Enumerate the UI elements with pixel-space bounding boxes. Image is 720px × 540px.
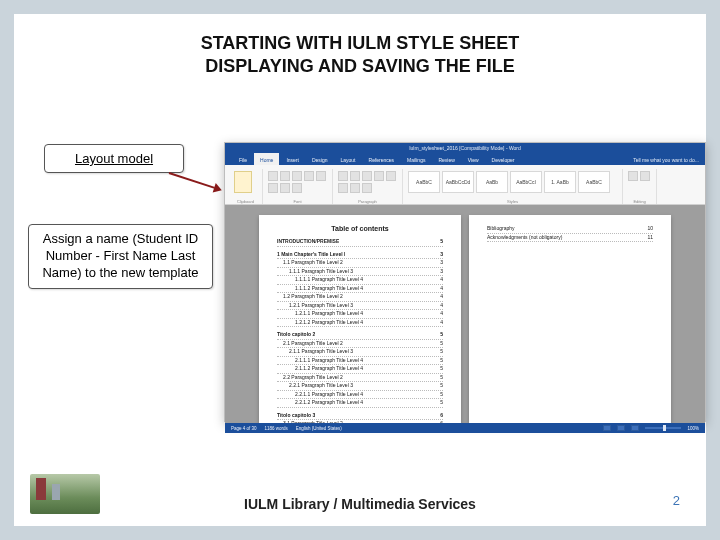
para-icon[interactable] bbox=[386, 171, 396, 181]
group-styles: AaBbCAaBbCcDdAaBbAaBbCcI1. AaBbAaBbCStyl… bbox=[403, 169, 623, 204]
slide-number: 2 bbox=[673, 493, 680, 508]
toc-row: 1.2 Paragraph Title Level 24 bbox=[277, 293, 443, 302]
toc-row: 1.2.1.2 Paragraph Title Level 44 bbox=[277, 319, 443, 328]
view-print-icon[interactable] bbox=[617, 425, 625, 431]
group-paragraph: Paragraph bbox=[333, 169, 403, 204]
title-line-1: STARTING WITH IULM STYLE SHEET bbox=[14, 32, 706, 55]
word-titlebar: Iulm_stylesheet_2016 [Compatibility Mode… bbox=[225, 143, 705, 153]
group-label-font: Font bbox=[263, 199, 332, 204]
status-language: English (United States) bbox=[296, 426, 342, 431]
bib-row: Bibliography10 bbox=[487, 225, 653, 234]
group-font: Font bbox=[263, 169, 333, 204]
font-icon[interactable] bbox=[280, 171, 290, 181]
group-label-paragraph: Paragraph bbox=[333, 199, 402, 204]
tab-review[interactable]: Review bbox=[432, 153, 460, 165]
para-icon[interactable] bbox=[362, 183, 372, 193]
arrow-head-icon bbox=[213, 183, 224, 195]
font-icon[interactable] bbox=[316, 171, 326, 181]
slide-frame: STARTING WITH IULM STYLE SHEET DISPLAYIN… bbox=[0, 0, 720, 540]
title-line-2: DISPLAYING AND SAVING THE FILE bbox=[14, 55, 706, 78]
callout-layout-model: Layout model bbox=[44, 144, 184, 173]
bib-row: Acknowledgments (not obligatory)11 bbox=[487, 234, 653, 243]
para-icon[interactable] bbox=[374, 171, 384, 181]
page-1-toc: Table of contents INTRODUCTION/PREMISE51… bbox=[259, 215, 461, 423]
slide-title: STARTING WITH IULM STYLE SHEET DISPLAYIN… bbox=[14, 32, 706, 77]
toc-row: 2.1 Paragraph Title Level 25 bbox=[277, 340, 443, 349]
toc-row: 2.2.1.2 Paragraph Title Level 45 bbox=[277, 399, 443, 408]
toc-row: 1.1 Paragraph Title Level 23 bbox=[277, 259, 443, 268]
tab-references[interactable]: References bbox=[363, 153, 401, 165]
tab-view[interactable]: View bbox=[462, 153, 485, 165]
toc-row: 1.2.1.1 Paragraph Title Level 44 bbox=[277, 310, 443, 319]
toc-row: 2.2 Paragraph Title Level 25 bbox=[277, 374, 443, 383]
style-card[interactable]: AaBbCcI bbox=[510, 171, 542, 193]
para-icon[interactable] bbox=[350, 171, 360, 181]
style-card[interactable]: AaBbCcDd bbox=[442, 171, 474, 193]
status-bar: Page 4 of 30 1186 words English (United … bbox=[225, 423, 705, 433]
group-clipboard: Clipboard bbox=[229, 169, 263, 204]
word-window: Iulm_stylesheet_2016 [Compatibility Mode… bbox=[224, 142, 706, 422]
toc-row: 2.1.1.2 Paragraph Title Level 45 bbox=[277, 365, 443, 374]
group-label-editing: Editing bbox=[623, 199, 656, 204]
view-web-icon[interactable] bbox=[631, 425, 639, 431]
toc-row: 1 Main Chapter's Title Level I3 bbox=[277, 251, 443, 260]
status-page: Page 4 of 30 bbox=[231, 426, 257, 431]
toc-row: Titolo capitolo 36 bbox=[277, 412, 443, 421]
font-icon[interactable] bbox=[268, 183, 278, 193]
tell-me-field[interactable]: Tell me what you want to do... bbox=[633, 155, 699, 165]
font-icon[interactable] bbox=[292, 171, 302, 181]
tab-file[interactable]: File bbox=[233, 153, 253, 165]
font-icon[interactable] bbox=[280, 183, 290, 193]
font-icon[interactable] bbox=[304, 171, 314, 181]
para-icon[interactable] bbox=[338, 183, 348, 193]
callout-assign-name-text: Assign a name (Student ID Number - First… bbox=[42, 231, 198, 280]
toc-row: 1.1.1 Paragraph Title Level 33 bbox=[277, 268, 443, 277]
find-icon[interactable] bbox=[628, 171, 638, 181]
tab-design[interactable]: Design bbox=[306, 153, 334, 165]
zoom-slider[interactable] bbox=[645, 427, 681, 429]
para-icon[interactable] bbox=[350, 183, 360, 193]
group-editing: Editing bbox=[623, 169, 657, 204]
group-label-styles: Styles bbox=[403, 199, 622, 204]
toc-row: 2.1.1.1 Paragraph Title Level 45 bbox=[277, 357, 443, 366]
group-label-clipboard: Clipboard bbox=[229, 199, 262, 204]
callout-assign-name: Assign a name (Student ID Number - First… bbox=[28, 224, 213, 289]
font-icon[interactable] bbox=[292, 183, 302, 193]
toc-row: 1.1.1.1 Paragraph Title Level 44 bbox=[277, 276, 443, 285]
style-card[interactable]: 1. AaBb bbox=[544, 171, 576, 193]
document-area[interactable]: Table of contents INTRODUCTION/PREMISE51… bbox=[225, 205, 705, 423]
tab-layout[interactable]: Layout bbox=[335, 153, 362, 165]
arrow-line bbox=[169, 172, 215, 189]
tab-mailings[interactable]: Mailings bbox=[401, 153, 431, 165]
word-caption: Iulm_stylesheet_2016 [Compatibility Mode… bbox=[409, 143, 521, 153]
replace-icon[interactable] bbox=[640, 171, 650, 181]
toc-row: 1.2.1 Paragraph Title Level 34 bbox=[277, 302, 443, 311]
callout-layout-model-text: Layout model bbox=[75, 151, 153, 166]
toc-row: 3.1 Paragraph Title Level 26 bbox=[277, 420, 443, 423]
style-card[interactable]: AaBbC bbox=[408, 171, 440, 193]
paste-button[interactable] bbox=[234, 171, 252, 193]
para-icon[interactable] bbox=[338, 171, 348, 181]
toc-row: 2.2.1 Paragraph Title Level 35 bbox=[277, 382, 443, 391]
tab-insert[interactable]: Insert bbox=[280, 153, 305, 165]
ribbon: Clipboard Font Paragraph AaBbCAaBbCcDdAa… bbox=[225, 165, 705, 205]
footer-text: IULM Library / Multimedia Services bbox=[14, 496, 706, 512]
toc-row: Titolo capitolo 25 bbox=[277, 331, 443, 340]
toc-row: INTRODUCTION/PREMISE5 bbox=[277, 238, 443, 247]
tab-developer[interactable]: Developer bbox=[486, 153, 521, 165]
toc-row: 1.1.1.2 Paragraph Title Level 44 bbox=[277, 285, 443, 294]
font-icon[interactable] bbox=[268, 171, 278, 181]
status-wordcount: 1186 words bbox=[265, 426, 288, 431]
view-read-icon[interactable] bbox=[603, 425, 611, 431]
toc-row: 2.2.1.1 Paragraph Title Level 45 bbox=[277, 391, 443, 400]
style-card[interactable]: AaBbC bbox=[578, 171, 610, 193]
page-2-bibliography: Bibliography10Acknowledgments (not oblig… bbox=[469, 215, 671, 423]
toc-row: 2.1.1 Paragraph Title Level 35 bbox=[277, 348, 443, 357]
para-icon[interactable] bbox=[362, 171, 372, 181]
style-card[interactable]: AaBb bbox=[476, 171, 508, 193]
toc-heading: Table of contents bbox=[277, 225, 443, 232]
zoom-level: 100% bbox=[687, 426, 699, 431]
tab-home[interactable]: Home bbox=[254, 153, 279, 165]
